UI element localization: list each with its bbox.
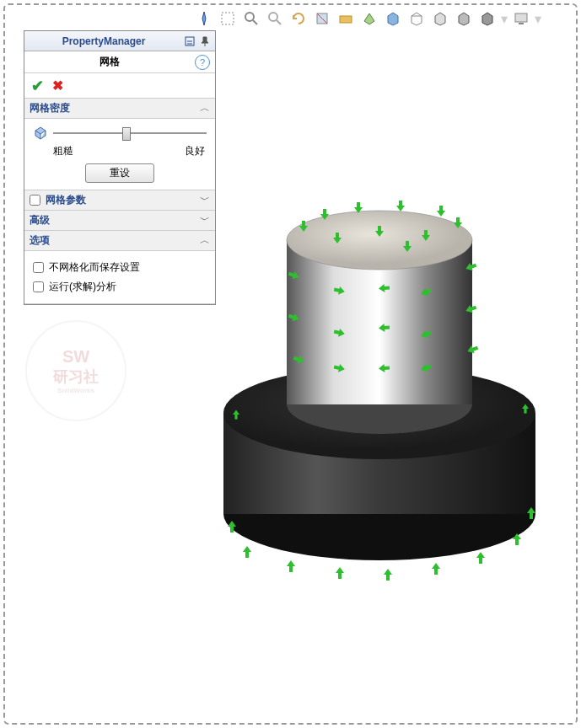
chevron-down-icon: ﹀: [200, 213, 210, 228]
panel-title: PropertyManager: [24, 35, 183, 47]
coarse-label: 粗糙: [53, 144, 73, 158]
select-box-icon[interactable]: [218, 8, 238, 29]
toolbar-dropdown[interactable]: ▾: [535, 11, 541, 27]
chevron-up-icon: ︿: [200, 233, 210, 248]
section-header-options[interactable]: 选项 ︿: [24, 231, 215, 251]
svg-point-1: [245, 13, 254, 21]
wireframe-icon[interactable]: [406, 8, 427, 29]
section-header-advanced[interactable]: 高级 ﹀: [24, 211, 215, 231]
toolbar-separator: ▾: [501, 11, 508, 27]
section-label: 网格密度: [30, 101, 200, 115]
compass-icon[interactable]: [194, 8, 214, 29]
slider-thumb[interactable]: [122, 127, 131, 141]
section-icon[interactable]: [312, 8, 332, 29]
shaded-icon[interactable]: [383, 8, 403, 29]
watermark: SW 研习社 SolidWorks: [25, 320, 126, 421]
svg-rect-10: [519, 23, 524, 24]
option-row-2: 运行(求解)分析: [33, 277, 207, 297]
hlr-icon[interactable]: [430, 8, 450, 29]
cancel-button[interactable]: ✖: [52, 78, 63, 94]
display-style-icon[interactable]: [359, 8, 379, 29]
section-body-density: 粗糙 良好 重设: [24, 119, 215, 190]
svg-line-2: [253, 20, 257, 24]
section-body-options: 不网格化而保存设置 运行(求解)分析: [24, 251, 215, 304]
mesh-params-checkbox[interactable]: [30, 195, 40, 206]
keep-visible-icon[interactable]: [183, 35, 196, 48]
monitor-icon[interactable]: [511, 8, 531, 29]
svg-point-17: [287, 211, 472, 270]
property-manager-panel: PropertyManager 网格 ? ✔ ✖ 网格密度 ︿ 粗糙 良好 重设: [24, 30, 216, 305]
hlv-icon[interactable]: [454, 8, 474, 29]
svg-point-3: [269, 13, 277, 21]
zoom-icon[interactable]: [265, 8, 285, 29]
mesh-icon: [33, 126, 48, 141]
watermark-line2: 研习社: [53, 367, 99, 387]
section-label: 选项: [30, 233, 200, 248]
panel-subtitle: 网格: [24, 55, 195, 69]
zoom-fit-icon[interactable]: [241, 8, 261, 29]
chevron-down-icon: ﹀: [200, 193, 210, 207]
watermark-line3: SolidWorks: [57, 387, 94, 394]
svg-rect-9: [515, 13, 527, 22]
view-toolbar: ▾ ▾: [194, 7, 573, 30]
fine-label: 良好: [185, 144, 205, 158]
option-label: 运行(求解)分析: [49, 280, 116, 294]
panel-titlebar: PropertyManager: [24, 31, 215, 51]
confirm-row: ✔ ✖: [24, 73, 215, 99]
ok-button[interactable]: ✔: [31, 77, 44, 95]
svg-line-4: [277, 20, 281, 24]
part-model: [211, 185, 548, 573]
section-header-params[interactable]: 网格参数 ﹀: [24, 190, 215, 211]
section-label: 高级: [30, 213, 200, 228]
panel-subtitle-row: 网格 ?: [24, 51, 215, 73]
option-label: 不网格化而保存设置: [49, 260, 140, 275]
svg-rect-0: [222, 13, 234, 24]
help-icon[interactable]: ?: [195, 55, 210, 70]
density-slider[interactable]: [53, 126, 207, 141]
section-header-density[interactable]: 网格密度 ︿: [24, 99, 215, 119]
chevron-up-icon: ︿: [200, 101, 210, 115]
svg-rect-7: [340, 16, 352, 23]
pin-icon[interactable]: [198, 35, 212, 48]
perspective-icon[interactable]: [477, 8, 498, 29]
option-row-1: 不网格化而保存设置: [33, 258, 207, 277]
watermark-line1: SW: [62, 347, 89, 367]
save-settings-checkbox[interactable]: [33, 262, 44, 273]
appearance-icon[interactable]: [336, 8, 356, 29]
section-label: 网格参数: [46, 193, 200, 207]
rotate-icon[interactable]: [288, 8, 309, 29]
run-analysis-checkbox[interactable]: [33, 281, 44, 292]
reset-button[interactable]: 重设: [85, 163, 154, 183]
